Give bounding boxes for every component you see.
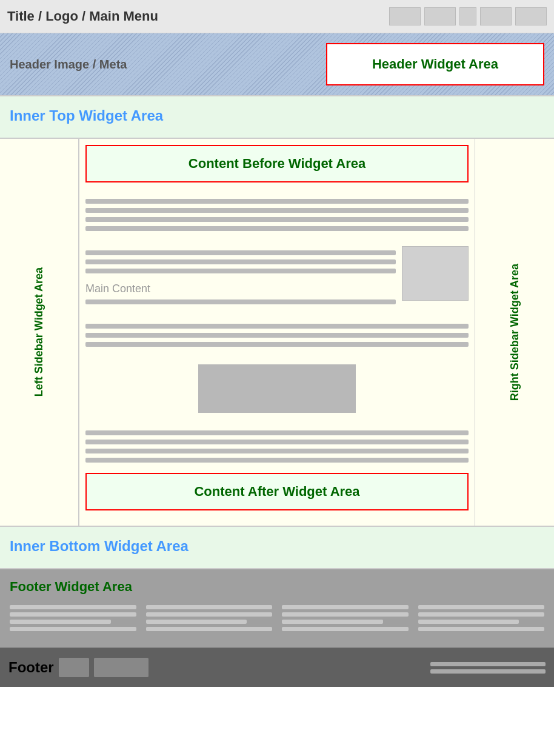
- footer-bar-line-1: [430, 662, 546, 666]
- content-line: [85, 324, 469, 329]
- inner-top-label: Inner Top Widget Area: [10, 107, 163, 124]
- inner-bottom-widget-area: Inner Bottom Widget Area: [0, 527, 554, 569]
- footer-bar: Footer: [0, 648, 554, 687]
- content-line: [85, 259, 396, 264]
- footer-line: [146, 612, 273, 617]
- footer-col-1: [10, 602, 136, 634]
- content-line: [85, 199, 469, 204]
- footer-line: [282, 627, 409, 631]
- nav-item-5[interactable]: [515, 7, 547, 25]
- content-line: [85, 342, 469, 347]
- footer-line: [282, 605, 409, 609]
- footer-widget-area: Footer Widget Area: [0, 569, 554, 648]
- content-line: [85, 208, 469, 213]
- content-after-widget: Content After Widget Area: [85, 473, 469, 510]
- header-meta-label: Header Image / Meta: [10, 58, 127, 72]
- footer-line: [418, 612, 545, 617]
- content-image-placeholder: [402, 246, 469, 301]
- main-content-area: Content Before Widget Area Main Content: [79, 139, 475, 526]
- footer-box-1[interactable]: [59, 658, 89, 677]
- content-line: [85, 440, 469, 444]
- content-after-label: Content After Widget Area: [194, 484, 359, 499]
- header-image-area: Header Image / Meta Header Widget Area: [0, 33, 554, 96]
- footer-line: [10, 612, 136, 617]
- footer-line: [10, 605, 136, 609]
- inner-bottom-label: Inner Bottom Widget Area: [10, 538, 189, 554]
- content-line: [85, 217, 469, 222]
- content-line: [85, 299, 396, 304]
- footer-bar-right: [430, 662, 546, 674]
- footer-line: [418, 627, 545, 631]
- big-image-placeholder: [198, 364, 356, 413]
- left-sidebar: Left Sidebar Widget Area: [0, 139, 79, 526]
- content-line: [85, 458, 469, 463]
- content-line: [85, 430, 469, 435]
- footer-line: [146, 620, 247, 624]
- float-text: Main Content: [85, 246, 396, 309]
- content-line: [85, 250, 396, 255]
- footer-col-2: [146, 602, 273, 634]
- footer-widget-label: Footer Widget Area: [10, 579, 544, 595]
- footer-bar-left: Footer: [8, 658, 149, 677]
- header-bar: Title / Logo / Main Menu: [0, 0, 554, 33]
- site-title: Title / Logo / Main Menu: [7, 8, 158, 24]
- right-sidebar-label: Right Sidebar Widget Area: [509, 264, 521, 401]
- content-line: [85, 269, 396, 273]
- footer-line: [418, 620, 519, 624]
- content-line: [85, 333, 469, 338]
- inner-top-widget-area: Inner Top Widget Area: [0, 96, 554, 139]
- footer-line: [10, 620, 111, 624]
- footer-box-2[interactable]: [94, 658, 149, 677]
- main-nav: [389, 7, 547, 25]
- header-widget-area: Header Widget Area: [326, 43, 544, 85]
- content-line: [85, 226, 469, 231]
- footer-line: [282, 612, 409, 617]
- left-sidebar-label: Left Sidebar Widget Area: [33, 267, 45, 396]
- footer-bar-line-2: [430, 669, 546, 674]
- nav-item-2[interactable]: [424, 7, 456, 25]
- content-before-label: Content Before Widget Area: [189, 156, 365, 171]
- right-sidebar: Right Sidebar Widget Area: [475, 139, 554, 526]
- footer-line: [10, 627, 136, 631]
- footer-line: [146, 627, 273, 631]
- nav-item-3[interactable]: [459, 7, 476, 25]
- footer-columns: [10, 602, 544, 634]
- footer-col-4: [418, 602, 545, 634]
- content-before-widget: Content Before Widget Area: [85, 145, 469, 182]
- footer-label: Footer: [8, 659, 54, 676]
- content-lines-bottom: [85, 420, 469, 473]
- content-lines-top: [85, 189, 469, 241]
- content-lines-mid: [85, 313, 469, 357]
- float-content-row: Main Content: [85, 246, 469, 309]
- nav-item-1[interactable]: [389, 7, 421, 25]
- content-line: [85, 449, 469, 453]
- nav-item-4[interactable]: [480, 7, 512, 25]
- footer-line: [418, 605, 545, 609]
- content-row: Left Sidebar Widget Area Content Before …: [0, 139, 554, 527]
- footer-line: [282, 620, 383, 624]
- footer-col-3: [282, 602, 409, 634]
- main-content-label: Main Content: [85, 283, 150, 295]
- footer-line: [146, 605, 273, 609]
